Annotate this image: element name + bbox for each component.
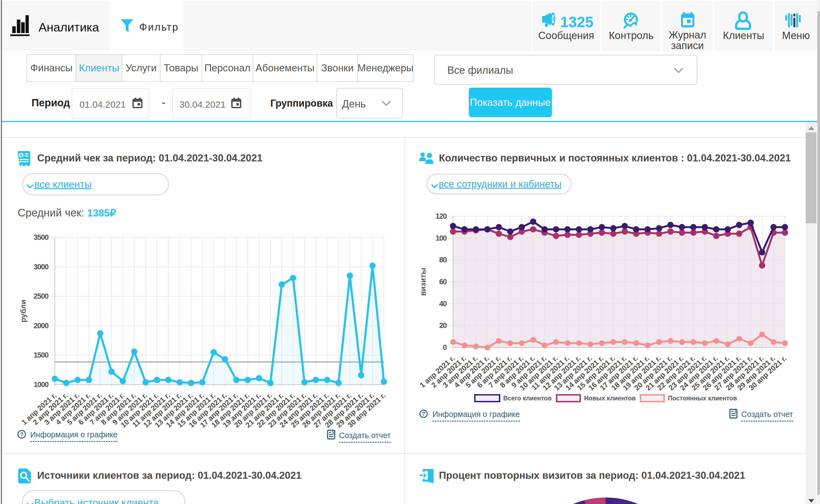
svg-text:2500: 2500 [34,292,49,300]
svg-text:120: 120 [436,212,447,220]
svg-text:?: ? [422,411,425,417]
svg-text:визиты: визиты [419,268,427,296]
svg-text:80: 80 [439,256,447,264]
svg-text:$: $ [332,430,334,434]
svg-text:100: 100 [436,234,447,242]
svg-text:40: 40 [439,300,447,308]
svg-text:1000: 1000 [34,381,49,389]
svg-text:60: 60 [439,278,447,286]
svg-text:0: 0 [443,343,447,352]
svg-text:3500: 3500 [34,233,49,241]
svg-text:20: 20 [439,321,447,330]
svg-text:2000: 2000 [34,322,49,330]
svg-text:рубли: рубли [19,300,27,323]
svg-text:?: ? [20,431,23,437]
svg-text:$: $ [735,410,736,413]
svg-text:3000: 3000 [34,263,49,271]
svg-text:1500: 1500 [34,351,49,359]
